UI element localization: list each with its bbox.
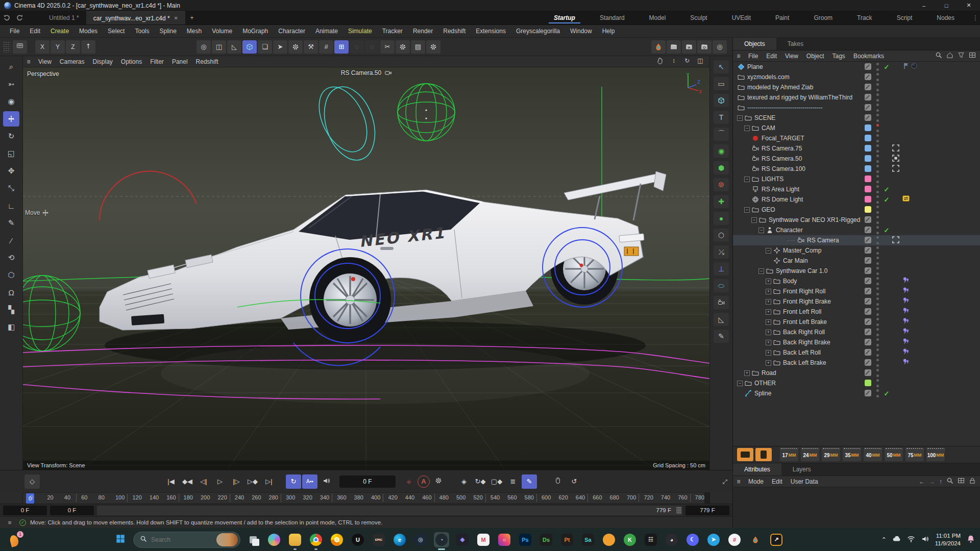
- menu-spline[interactable]: Spline: [155, 28, 181, 35]
- edit-toggle-icon[interactable]: [865, 359, 871, 366]
- record-keyframe-button[interactable]: ◈: [401, 474, 416, 489]
- object-row[interactable]: Spline✓: [733, 388, 980, 398]
- substance-designer-app-icon[interactable]: Ds: [538, 532, 554, 547]
- viewport-canvas[interactable]: NEO XR1: [23, 67, 709, 470]
- edit-toggle-icon[interactable]: [865, 247, 871, 254]
- mesh-stack-button[interactable]: ❏: [258, 40, 272, 54]
- menu-edit[interactable]: Edit: [25, 28, 45, 35]
- live-selection-tool[interactable]: ➳: [3, 77, 19, 92]
- close-tab-icon[interactable]: ✕: [174, 15, 178, 21]
- expand-toggle-icon[interactable]: +: [766, 299, 771, 305]
- attributes-menu-user-data[interactable]: User Data: [787, 478, 822, 485]
- viewport-menu-icon[interactable]: ≡: [23, 58, 34, 65]
- obs-studio-app-icon[interactable]: ◕: [664, 532, 679, 547]
- cinema-4d-app-icon[interactable]: ◔: [434, 532, 449, 547]
- substance-sampler-app-icon[interactable]: Sa: [580, 532, 596, 547]
- visibility-dots[interactable]: [876, 155, 879, 163]
- object-row[interactable]: RS Area Light✓: [733, 184, 980, 194]
- discord-app-icon[interactable]: ☾: [685, 532, 700, 547]
- objects-panel-filter-icon[interactable]: [958, 52, 965, 60]
- object-row[interactable]: texured and rigged by WilliamTheThird: [733, 92, 980, 103]
- zoom-tool[interactable]: ⌕: [3, 59, 19, 74]
- redo-button[interactable]: [13, 11, 27, 24]
- edit-toggle-icon[interactable]: [865, 369, 871, 376]
- object-row[interactable]: modeled by Ahmed Ziab: [733, 82, 980, 92]
- wedge-button[interactable]: ◺: [227, 40, 241, 54]
- camera-link-icon[interactable]: [892, 165, 899, 173]
- menu-window[interactable]: Window: [566, 28, 597, 35]
- scale-tool[interactable]: ◱: [3, 146, 19, 161]
- edit-toggle-icon[interactable]: [865, 73, 871, 80]
- previous-key-button[interactable]: ◆◀: [180, 474, 195, 489]
- object-row[interactable]: RS Camera.75: [733, 143, 980, 154]
- object-row[interactable]: −Synthwave Car NEO XR1-Rigged: [733, 215, 980, 225]
- object-row[interactable]: −LIGHTS: [733, 174, 980, 184]
- menu-redshift[interactable]: Redshift: [438, 28, 470, 35]
- timeline-expand-icon[interactable]: ⤢: [722, 478, 727, 485]
- focal-length-29mm-button[interactable]: 29MM: [822, 448, 840, 461]
- viewport-dolly-icon[interactable]: ↕: [669, 57, 679, 66]
- viewport-menu-filter[interactable]: Filter: [146, 58, 168, 65]
- axis-z-button[interactable]: Z: [66, 40, 80, 54]
- layer-color-chip[interactable]: [865, 206, 871, 213]
- menu-simulate[interactable]: Simulate: [344, 28, 377, 35]
- focal-length-35mm-button[interactable]: 35MM: [843, 448, 861, 461]
- disabled-a-button[interactable]: ◌: [350, 40, 364, 54]
- object-row[interactable]: +Back Left Brake: [733, 358, 980, 368]
- keying-settings-button[interactable]: [431, 474, 446, 489]
- focal-length-50mm-button[interactable]: 50MM: [885, 448, 903, 461]
- cut-gear-button[interactable]: [396, 40, 410, 54]
- pin-tag-icon[interactable]: [902, 297, 910, 306]
- viewport-menu-display[interactable]: Display: [88, 58, 116, 65]
- notification-bell-icon[interactable]: [967, 535, 975, 544]
- slack-app-icon[interactable]: #: [727, 532, 742, 547]
- pyro-tool[interactable]: ◉: [714, 144, 729, 158]
- menu-render[interactable]: Render: [408, 28, 437, 35]
- visibility-dots[interactable]: [876, 124, 879, 132]
- visibility-dots[interactable]: [876, 73, 879, 81]
- object-row[interactable]: −OTHER: [733, 378, 980, 388]
- tag-icons[interactable]: [902, 297, 910, 306]
- camera-link-icon[interactable]: [892, 155, 899, 163]
- camera-link-icon[interactable]: [892, 144, 899, 153]
- visibility-dots[interactable]: [876, 348, 879, 357]
- knife-tool[interactable]: ⁄: [3, 233, 19, 248]
- close-button[interactable]: ✕: [958, 0, 980, 11]
- layout-tab-nodes[interactable]: Nodes: [924, 11, 967, 24]
- object-row[interactable]: −GEO: [733, 205, 980, 215]
- menu-create[interactable]: Create: [46, 28, 74, 35]
- polygon-pen-tool[interactable]: ⬡: [3, 267, 19, 283]
- viewport-menu-redshift[interactable]: Redshift: [192, 58, 223, 65]
- model-mode-button[interactable]: ◫: [212, 40, 226, 54]
- expand-toggle-icon[interactable]: +: [744, 370, 750, 376]
- focal-length-100mm-button[interactable]: 100MM: [926, 448, 945, 461]
- wifi-icon[interactable]: [907, 535, 915, 544]
- document-tab[interactable]: car_synthwav...eo_xr1.c4d *✕: [86, 11, 185, 24]
- range-end-field[interactable]: 779 F: [685, 506, 729, 515]
- telegram-app-icon[interactable]: ➤: [706, 532, 721, 547]
- axis-lock-button[interactable]: [81, 40, 95, 54]
- visibility-dots[interactable]: [876, 93, 879, 102]
- edit-toggle-icon[interactable]: [865, 104, 871, 111]
- ellipse-tool[interactable]: ⬭: [714, 279, 729, 292]
- visibility-dots[interactable]: [876, 277, 879, 285]
- attributes-panel-arrow-up-icon[interactable]: ↑: [939, 478, 942, 485]
- mouse-record-button[interactable]: [550, 474, 566, 489]
- visibility-dots[interactable]: [876, 389, 879, 397]
- visibility-dots[interactable]: [876, 206, 879, 214]
- object-row[interactable]: −Character✓: [733, 225, 980, 235]
- pin-tag-icon[interactable]: [902, 277, 910, 285]
- orange-gizmo-cube[interactable]: [624, 247, 639, 256]
- visibility-dots[interactable]: [876, 359, 879, 367]
- object-row[interactable]: RS Camera: [733, 235, 980, 245]
- key-position-button[interactable]: ◈: [456, 474, 472, 489]
- edit-toggle-icon[interactable]: [865, 349, 871, 356]
- expand-toggle-icon[interactable]: +: [766, 289, 771, 294]
- attributes-panel-search-icon[interactable]: [946, 477, 953, 486]
- edit-toggle-icon[interactable]: [865, 216, 871, 223]
- tag-icons[interactable]: [902, 62, 918, 71]
- layer-color-chip[interactable]: [865, 380, 871, 386]
- camera-strip-tool[interactable]: [714, 296, 729, 309]
- object-row[interactable]: −Synthwave Car 1.0: [733, 266, 980, 276]
- object-row[interactable]: +Body: [733, 276, 980, 286]
